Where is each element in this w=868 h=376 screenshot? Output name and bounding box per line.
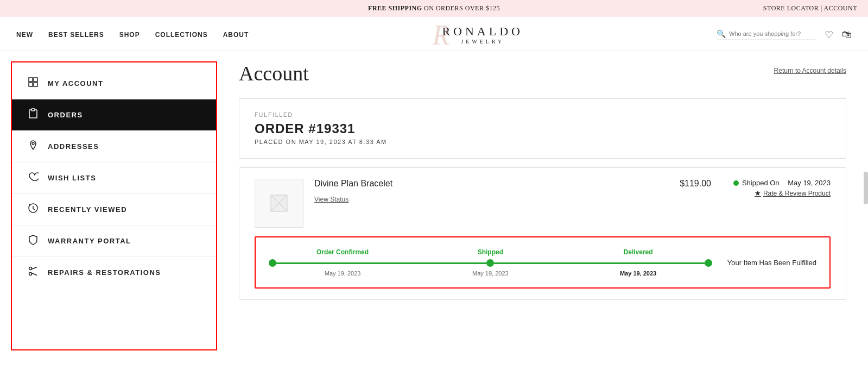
fulfilled-message: Your Item Has Been Fulfilled (727, 259, 816, 267)
return-to-account-link[interactable]: Return to Account details (774, 67, 846, 74)
timeline-dates: May 19, 2023 May 19, 2023 May 19, 2023 (269, 270, 712, 277)
svg-point-5 (32, 142, 34, 145)
sidebar-label-repairs-restorations: REPAIRS & RESTORATIONS (48, 268, 161, 277)
step2-date: May 19, 2023 (416, 270, 564, 277)
nav-right: 🔍 ♡ 🛍 (717, 29, 852, 41)
banner-rest: ON ORDERS OVER $125 (422, 4, 500, 12)
heart-icon (27, 171, 39, 185)
nav-collections[interactable]: COLLECTIONS (155, 31, 208, 39)
step3-label: Delivered (564, 248, 712, 256)
page-body: MY ACCOUNT ORDERS ADDRESSES (0, 51, 868, 361)
step1-label: Order Confirmed (269, 248, 416, 256)
sidebar-item-warranty-portal[interactable]: WARRANTY PORTAL (12, 225, 216, 257)
shipped-on-date: May 19, 2023 (788, 179, 831, 187)
shipped-dot (733, 180, 739, 186)
sidebar-item-wish-lists[interactable]: WISH LISTS (12, 162, 216, 194)
logo-subtitle: JEWELRY (461, 39, 504, 45)
dot-1 (269, 259, 276, 267)
logo-name: RONALDO (442, 24, 523, 39)
sidebar-label-my-account: MY ACCOUNT (48, 79, 103, 87)
main-content: Account Return to Account details FULFIL… (217, 51, 868, 361)
step3-date: May 19, 2023 (564, 270, 712, 277)
svg-point-8 (29, 273, 32, 275)
timeline-container: Order Confirmed Shipped Delivered (269, 248, 712, 277)
main-header: NEW BEST SELLERS SHOP COLLECTIONS ABOUT … (0, 17, 868, 51)
sidebar-label-orders: ORDERS (48, 111, 83, 119)
nav-left: NEW BEST SELLERS SHOP COLLECTIONS ABOUT (16, 31, 249, 39)
sidebar-item-my-account[interactable]: MY ACCOUNT (12, 68, 216, 99)
location-icon (27, 140, 39, 153)
product-image (255, 179, 303, 228)
search-area[interactable]: 🔍 (717, 29, 816, 40)
scissors-icon (27, 266, 39, 279)
svg-rect-0 (29, 78, 33, 82)
sidebar-label-recently-viewed: RECENTLY VIEWED (48, 205, 127, 214)
top-banner: FREE SHIPPING ON ORDERS OVER $125 STORE … (0, 0, 868, 17)
sidebar: MY ACCOUNT ORDERS ADDRESSES (11, 61, 217, 350)
nav-new[interactable]: NEW (16, 31, 33, 39)
orders-icon (27, 108, 39, 122)
step2-label: Shipped (416, 248, 564, 256)
nav-best-sellers[interactable]: BEST SELLERS (48, 31, 104, 39)
grid-icon (27, 77, 39, 90)
rate-review-text: Rate & Review Product (763, 190, 831, 197)
search-input[interactable] (729, 30, 816, 37)
sidebar-item-addresses[interactable]: ADDRESSES (12, 131, 216, 162)
cart-icon[interactable]: 🛍 (842, 29, 852, 40)
banner-right-links[interactable]: STORE LOCATOR | ACCOUNT (763, 4, 857, 12)
product-info: Divine Plan Bracelet View Status (314, 179, 651, 204)
timeline-bar-row (269, 259, 712, 267)
banner-bold: FREE SHIPPING (368, 4, 422, 12)
order-status-label: FULFILLED (255, 112, 831, 118)
sidebar-label-addresses: ADDRESSES (48, 142, 99, 151)
sidebar-label-warranty-portal: WARRANTY PORTAL (48, 237, 131, 245)
dot-3 (705, 259, 712, 267)
timeline-steps: Order Confirmed Shipped Delivered (269, 248, 712, 256)
order-item-top: Divine Plan Bracelet View Status $119.00… (255, 179, 831, 228)
bar-1 (276, 262, 486, 264)
sidebar-item-orders[interactable]: ORDERS (12, 99, 216, 131)
account-header: Account Return to Account details (239, 61, 846, 85)
sidebar-item-recently-viewed[interactable]: RECENTLY VIEWED (12, 194, 216, 225)
order-date: PLACED ON MAY 19, 2023 AT 8:33 AM (255, 139, 831, 145)
svg-rect-4 (31, 109, 35, 111)
tracking-section: Order Confirmed Shipped Delivered (255, 236, 831, 289)
clock-icon (27, 203, 39, 216)
product-price: $119.00 (662, 179, 711, 189)
product-shipping: Shipped On May 19, 2023 ★ Rate & Review … (722, 179, 831, 197)
sidebar-label-wish-lists: WISH LISTS (48, 174, 96, 182)
nav-about[interactable]: ABOUT (223, 31, 249, 39)
svg-point-7 (29, 267, 32, 270)
dot-2 (486, 259, 494, 267)
order-item-card: Divine Plan Bracelet View Status $119.00… (239, 167, 846, 300)
page-title: Account (239, 61, 309, 85)
shipped-on: Shipped On May 19, 2023 (722, 179, 831, 187)
wishlist-icon[interactable]: ♡ (825, 29, 833, 41)
step1-date: May 19, 2023 (269, 270, 416, 277)
view-status-link[interactable]: View Status (314, 196, 349, 203)
banner-text: FREE SHIPPING ON ORDERS OVER $125 (368, 4, 500, 12)
product-name: Divine Plan Bracelet (314, 179, 651, 189)
shipped-on-label: Shipped On (742, 179, 780, 187)
order-info-card: FULFILLED ORDER #19331 PLACED ON MAY 19,… (239, 98, 846, 159)
search-icon: 🔍 (717, 29, 726, 39)
sidebar-item-repairs-restorations[interactable]: REPAIRS & RESTORATIONS (12, 257, 216, 288)
rate-review-link[interactable]: ★ Rate & Review Product (722, 189, 831, 197)
star-icon: ★ (755, 189, 761, 197)
scrollbar[interactable] (864, 172, 868, 204)
order-number: ORDER #19331 (255, 121, 831, 136)
svg-rect-1 (34, 78, 37, 82)
shield-icon (27, 234, 39, 248)
bar-2 (494, 262, 704, 264)
svg-rect-2 (29, 83, 33, 86)
site-logo[interactable]: R RONALDO JEWELRY (442, 24, 523, 45)
nav-shop[interactable]: SHOP (119, 31, 140, 39)
svg-rect-3 (34, 83, 37, 86)
